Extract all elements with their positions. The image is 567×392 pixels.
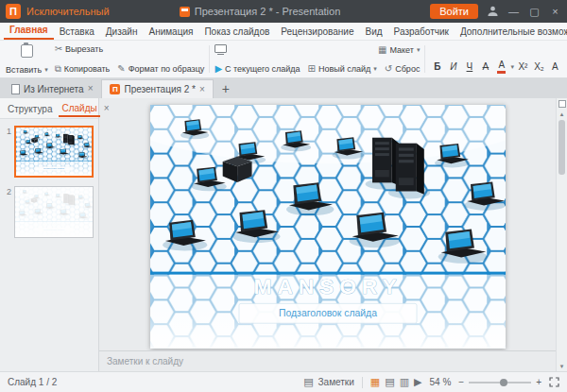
tab-developer[interactable]: Разработчик xyxy=(388,25,455,40)
document-title: Презентация 2 * - Presentation xyxy=(195,6,341,17)
character-spacing-button[interactable]: А xyxy=(548,60,562,74)
slideshow-view-icon[interactable]: ▶ xyxy=(414,377,421,387)
slides-group: ▦Макет▾ ▶С текущего слайда ⊞Новый слайд▾… xyxy=(215,43,420,76)
notes-icon: ▤ xyxy=(303,377,313,387)
superscript-button[interactable]: X² xyxy=(516,60,530,74)
font-color-button[interactable]: А xyxy=(494,60,508,74)
doc-tab-label: Из Интернета xyxy=(24,84,84,94)
ribbon: Вставить▾ ✂Вырезать ⧉Копировать ✎Формат … xyxy=(0,41,567,78)
underline-button[interactable]: Ч xyxy=(462,60,476,74)
scroll-up-icon[interactable]: ▴ xyxy=(560,111,564,117)
slide-thumbnail-1[interactable] xyxy=(14,126,94,178)
vertical-scrollbar[interactable]: ▴ ▾ xyxy=(556,98,567,371)
slide-number: 1 xyxy=(3,126,11,136)
webpage-icon xyxy=(11,84,20,94)
workspace: Структура Слайды × 1 2 xyxy=(0,98,567,371)
slide-number: 2 xyxy=(3,186,11,196)
tab-slideshow[interactable]: Показ слайдов xyxy=(198,25,275,40)
slide-canvas-area xyxy=(99,98,556,350)
slide-indicator: Слайд 1 / 2 xyxy=(8,377,57,387)
slide-thumbnails: 1 2 xyxy=(0,119,98,245)
app-window: П Исключительный Презентация 2 * - Prese… xyxy=(0,0,567,392)
presentation-file-icon: П xyxy=(110,84,120,94)
play-icon: ▶ xyxy=(215,64,222,74)
new-slide-button[interactable]: ⊞Новый слайд▾ xyxy=(308,64,377,74)
list-item: 1 xyxy=(3,126,95,178)
tab-slides[interactable]: Слайды xyxy=(59,100,99,117)
slideshow-monitor-icon[interactable] xyxy=(215,44,227,53)
ribbon-tab-bar: Главная Вставка Дизайн Анимация Показ сл… xyxy=(0,23,567,41)
subscript-button[interactable]: X₂ xyxy=(532,60,546,74)
fit-slide-icon[interactable] xyxy=(549,377,559,387)
slide-thumbnail-2[interactable] xyxy=(14,186,94,238)
paste-button[interactable]: Вставить▾ xyxy=(4,43,50,76)
close-tab-icon[interactable]: × xyxy=(88,84,94,94)
view-mode-switcher: ▦ ▤ ▥ ▶ xyxy=(370,377,422,387)
document-tab-bar: Из Интернета × П Презентация 2 * × + xyxy=(0,78,567,98)
tab-design[interactable]: Дизайн xyxy=(100,25,144,40)
tab-home[interactable]: Главная xyxy=(4,23,54,40)
layout-button[interactable]: ▦Макет▾ xyxy=(378,45,420,55)
normal-view-icon[interactable]: ▦ xyxy=(370,377,380,387)
wps-logo-icon[interactable]: П xyxy=(6,4,21,19)
doc-tab-internet[interactable]: Из Интернета × xyxy=(4,79,100,98)
italic-button[interactable]: И xyxy=(446,60,460,74)
split-view-icon[interactable] xyxy=(558,100,566,108)
login-button[interactable]: Войти xyxy=(430,4,478,19)
zoom-slider-knob[interactable] xyxy=(500,379,507,386)
ribbon-separator xyxy=(209,45,210,73)
doc-tab-label: Презентация 2 * xyxy=(124,84,195,94)
reset-button[interactable]: ↺Сброс xyxy=(385,64,421,74)
slide-canvas[interactable] xyxy=(150,105,506,349)
maximize-button[interactable]: ▢ xyxy=(528,7,541,17)
notes-toggle[interactable]: ▤ Заметки xyxy=(303,377,354,387)
copy-button[interactable]: ⧉Копировать xyxy=(55,64,111,74)
strikethrough-button[interactable]: А xyxy=(478,60,492,74)
new-slide-icon: ⊞ xyxy=(308,64,316,74)
zoom-control: − + xyxy=(458,377,541,387)
tab-extras[interactable]: Дополнительные возможности xyxy=(455,25,567,40)
cut-button[interactable]: ✂Вырезать xyxy=(55,44,103,54)
statusbar: Слайд 1 / 2 ▤ Заметки ▦ ▤ ▥ ▶ 54 % − + xyxy=(0,371,567,392)
reading-view-icon[interactable]: ▥ xyxy=(400,377,409,387)
zoom-out-button[interactable]: − xyxy=(458,377,464,387)
scrollbar-thumb[interactable] xyxy=(558,120,565,175)
scissors-icon: ✂ xyxy=(55,44,62,54)
new-tab-button[interactable]: + xyxy=(215,81,237,98)
titlebar-controls: Войти — ▢ × xyxy=(430,4,561,19)
app-name-label[interactable]: Исключительный xyxy=(26,6,110,17)
copy-icon: ⧉ xyxy=(55,64,61,74)
notes-input[interactable]: Заметки к слайду xyxy=(99,350,556,371)
tab-animation[interactable]: Анимация xyxy=(143,25,198,40)
statusbar-separator xyxy=(362,377,363,388)
chevron-down-icon: ▾ xyxy=(44,66,48,74)
user-account-icon[interactable] xyxy=(487,5,499,19)
scroll-down-icon[interactable]: ▾ xyxy=(560,363,564,369)
from-current-slide-button[interactable]: ▶С текущего слайда xyxy=(215,64,300,74)
minimize-button[interactable]: — xyxy=(507,7,520,17)
presentation-doc-icon xyxy=(180,7,190,17)
bold-button[interactable]: Б xyxy=(430,60,444,74)
chevron-down-icon[interactable]: ▾ xyxy=(510,63,514,71)
tab-review[interactable]: Рецензирование xyxy=(275,25,359,40)
close-tab-icon[interactable]: × xyxy=(199,85,205,94)
tab-insert[interactable]: Вставка xyxy=(54,25,100,40)
doc-tab-presentation[interactable]: П Презентация 2 * × xyxy=(101,79,213,98)
clipboard-group: ✂Вырезать ⧉Копировать ✎Формат по образцу xyxy=(55,43,205,76)
paste-label: Вставить xyxy=(6,65,42,75)
format-painter-button[interactable]: ✎Формат по образцу xyxy=(117,64,204,74)
zoom-in-button[interactable]: + xyxy=(536,377,541,387)
zoom-slider[interactable] xyxy=(469,382,531,383)
slide-panel-tabs: Структура Слайды × xyxy=(0,98,98,119)
zoom-value[interactable]: 54 % xyxy=(430,377,452,387)
titlebar: П Исключительный Презентация 2 * - Prese… xyxy=(0,0,567,23)
tab-outline[interactable]: Структура xyxy=(5,101,55,116)
notes-placeholder: Заметки к слайду xyxy=(107,356,183,366)
list-item: 2 xyxy=(3,186,95,238)
slide-sorter-icon[interactable]: ▤ xyxy=(385,377,394,387)
tab-view[interactable]: Вид xyxy=(360,25,388,40)
chevron-down-icon: ▾ xyxy=(417,46,421,54)
slide-editor: Заметки к слайду xyxy=(99,98,556,371)
close-button[interactable]: × xyxy=(549,7,561,17)
titlebar-center: Презентация 2 * - Presentation xyxy=(113,0,406,23)
